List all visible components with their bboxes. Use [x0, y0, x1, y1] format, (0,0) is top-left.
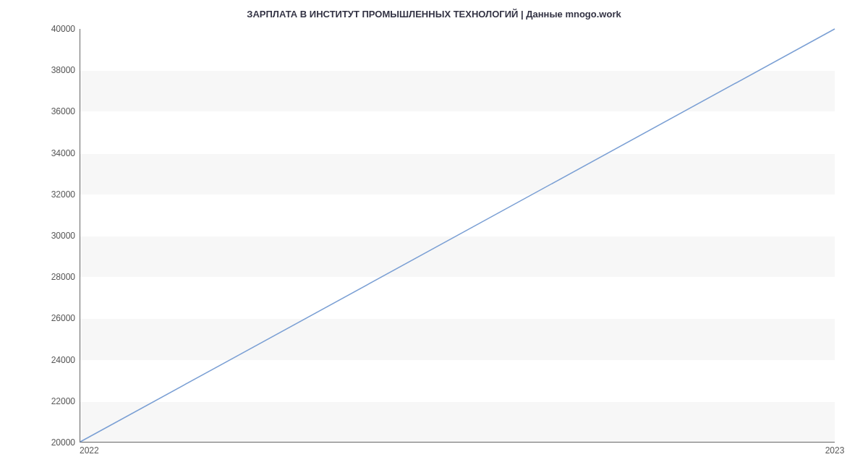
x-tick-label: 2023 [825, 445, 845, 456]
y-tick-label: 38000 [39, 65, 75, 75]
grid-line [80, 443, 835, 443]
plot-area [80, 29, 835, 443]
chart-line-svg [80, 29, 835, 442]
y-tick-label: 34000 [39, 148, 75, 158]
x-tick-label: 2022 [80, 445, 99, 456]
y-tick-label: 26000 [39, 313, 75, 323]
y-tick-label: 20000 [39, 437, 75, 448]
y-tick-label: 32000 [39, 189, 75, 200]
y-tick-label: 28000 [39, 272, 75, 282]
y-tick-label: 36000 [39, 106, 75, 116]
y-tick-label: 30000 [39, 231, 75, 241]
chart-title: ЗАРПЛАТА В ИНСТИТУТ ПРОМЫШЛЕННЫХ ТЕХНОЛО… [0, 0, 868, 20]
y-tick-label: 24000 [39, 355, 75, 365]
chart-series-line [80, 29, 835, 442]
y-tick-label: 22000 [39, 396, 75, 406]
y-tick-label: 40000 [39, 24, 75, 34]
